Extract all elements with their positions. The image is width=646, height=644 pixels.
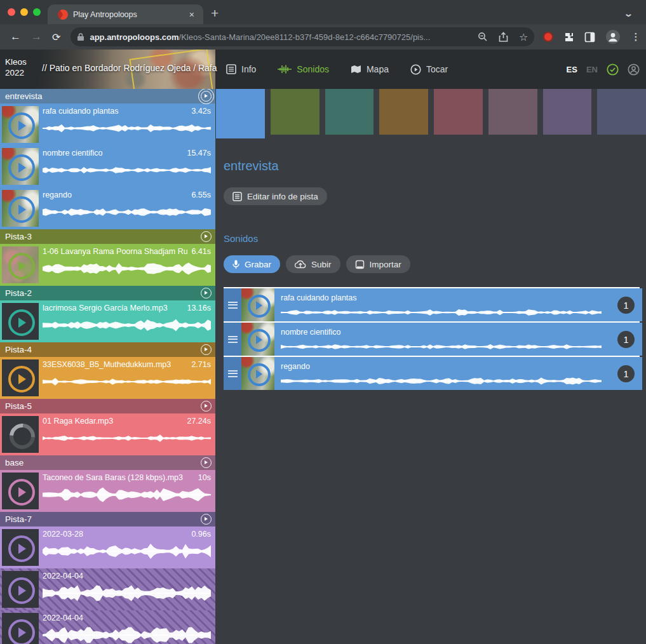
minimize-window-button[interactable] [20, 8, 28, 16]
new-tab-button[interactable]: + [211, 6, 219, 21]
tab-info[interactable]: Info [226, 64, 256, 74]
track-pista-5: Pista-5 01 Raga Kedar.mp327.24s [0, 399, 215, 455]
sidebar-sound[interactable]: 1-06 Lavanya Rama Poorna Shadjam Rupak..… [0, 244, 215, 286]
sidebar-sound[interactable]: regando6.55s [0, 187, 215, 229]
sound-thumbnail[interactable] [2, 303, 39, 340]
drag-handle[interactable] [224, 288, 241, 321]
sound-thumbnail[interactable] [2, 529, 39, 566]
sound-waveform[interactable] [43, 543, 211, 560]
sound-thumbnail[interactable] [2, 106, 39, 143]
account-icon[interactable] [628, 64, 640, 76]
sound-thumbnail[interactable] [241, 323, 274, 356]
recording-extension-icon[interactable] [543, 32, 553, 42]
track-play-button[interactable] [201, 457, 212, 468]
track-header[interactable]: Pista-5 [0, 399, 215, 413]
track-header[interactable]: entrevista [0, 89, 215, 104]
window-controls[interactable] [8, 8, 41, 16]
sidebar-sound[interactable]: lacrimosa Sergio García Merlo.mp313.16s [0, 300, 215, 342]
lang-es-button[interactable]: ES [567, 65, 577, 74]
zoom-window-button[interactable] [33, 8, 41, 16]
track-header[interactable]: Pista-3 [0, 229, 215, 244]
tab-sonidos[interactable]: Sonidos [278, 64, 329, 74]
sound-thumbnail[interactable] [2, 190, 39, 227]
track-header[interactable]: Pista-2 [0, 286, 215, 300]
sound-row[interactable]: nombre cientifico 1 [224, 323, 638, 356]
swatch-pista-3[interactable] [271, 89, 320, 135]
sidebar-sound[interactable]: 01 Raga Kedar.mp327.24s [0, 413, 215, 455]
side-panel-icon[interactable] [584, 32, 595, 43]
sound-thumbnail[interactable] [2, 613, 39, 644]
sound-waveform[interactable] [43, 430, 211, 446]
track-play-button[interactable] [201, 401, 212, 412]
sidebar-sound[interactable]: nombre cientifico15.47s [0, 145, 215, 187]
brand[interactable]: Kleos 2022 [5, 57, 27, 78]
forward-button[interactable]: → [31, 30, 42, 43]
share-icon[interactable] [499, 32, 508, 43]
sound-waveform[interactable] [43, 162, 211, 178]
sidebar-sound[interactable]: 33ESX6038_B5_Muthedukkum.mp32.71s [0, 357, 215, 399]
sound-waveform[interactable] [281, 340, 602, 354]
sound-thumbnail[interactable] [2, 571, 39, 608]
browser-tab[interactable]: Play Antropoloops × [48, 4, 203, 24]
record-button[interactable]: Grabar [224, 255, 280, 273]
lang-en-button[interactable]: EN [586, 65, 598, 74]
sound-waveform[interactable] [281, 305, 602, 319]
sound-waveform[interactable] [43, 317, 211, 333]
sidebar-sound[interactable]: 2022-03-280.96s [0, 527, 215, 568]
address-bar[interactable]: app.antropoloops.com/Kleos-Santa-Marina/… [71, 27, 534, 46]
sound-thumbnail[interactable] [2, 246, 39, 283]
sound-waveform[interactable] [43, 585, 211, 601]
sound-thumbnail[interactable] [2, 359, 39, 396]
swatch-pista-5[interactable] [434, 89, 483, 135]
sound-waveform[interactable] [43, 627, 211, 643]
sound-waveform[interactable] [43, 373, 211, 390]
back-button[interactable]: ← [10, 30, 21, 43]
sound-waveform[interactable] [43, 260, 211, 277]
tab-mapa[interactable]: Mapa [351, 64, 389, 74]
browser-menu-icon[interactable]: ⋮ [631, 31, 640, 43]
track-header[interactable]: Pista-4 [0, 342, 215, 357]
zoom-page-icon[interactable] [478, 32, 488, 42]
tab-close-icon[interactable]: × [187, 8, 197, 21]
bookmark-star-icon[interactable]: ☆ [519, 31, 528, 43]
track-play-button[interactable] [201, 288, 212, 299]
extensions-puzzle-icon[interactable] [563, 32, 574, 43]
sound-waveform[interactable] [43, 204, 211, 220]
track-header[interactable]: base [0, 455, 215, 470]
track-header[interactable]: Pista-7 [0, 512, 215, 527]
track-play-button[interactable] [201, 91, 212, 102]
sound-waveform[interactable] [43, 486, 211, 503]
sidebar-sound-processing[interactable]: 2022-04-04 [0, 610, 215, 644]
sidebar-sound-processing[interactable]: 2022-04-04 [0, 568, 215, 610]
swatch-pista-4[interactable] [379, 89, 428, 135]
sound-row[interactable]: regando 1 [224, 357, 638, 390]
tab-tocar[interactable]: Tocar [410, 64, 448, 75]
sound-thumbnail[interactable] [2, 148, 39, 185]
sound-thumbnail[interactable] [241, 357, 274, 390]
drag-handle[interactable] [224, 323, 241, 356]
swatch-pista-7[interactable] [543, 89, 592, 135]
sidebar-sound[interactable]: Taconeo de Sara Baras (128 kbps).mp310s [0, 470, 215, 512]
sound-thumbnail[interactable] [241, 288, 274, 321]
close-window-button[interactable] [8, 8, 15, 16]
track-play-button[interactable] [201, 514, 212, 525]
upload-button[interactable]: Subir [286, 255, 340, 273]
sound-row[interactable]: rafa cuidando plantas 1 [224, 288, 638, 321]
drag-handle[interactable] [224, 357, 241, 390]
sound-waveform[interactable] [43, 120, 211, 137]
reload-button[interactable]: ⟳ [52, 31, 60, 43]
track-play-button[interactable] [201, 231, 212, 242]
profile-avatar-icon[interactable] [605, 29, 621, 44]
sidebar-sound[interactable]: rafa cuidando plantas3.42s [0, 104, 215, 145]
swatch-entrevista[interactable] [216, 89, 265, 138]
track-play-button[interactable] [201, 344, 212, 355]
tab-search-chevron-icon[interactable]: ⌄ [624, 9, 633, 18]
sound-thumbnail[interactable] [2, 416, 39, 453]
sound-waveform[interactable] [281, 374, 602, 388]
edit-track-info-button[interactable]: Editar info de pista [224, 187, 327, 205]
swatch-pista-2[interactable] [325, 89, 374, 135]
import-button[interactable]: Importar [346, 255, 410, 273]
sound-thumbnail[interactable] [2, 473, 39, 509]
swatch-track-8[interactable] [597, 89, 646, 135]
swatch-base[interactable] [488, 89, 537, 135]
